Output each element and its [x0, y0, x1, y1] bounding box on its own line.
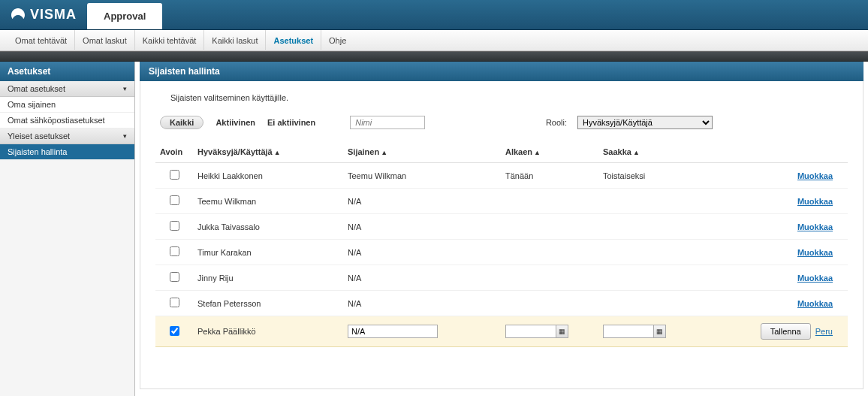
menu-omat-laskut[interactable]: Omat laskut — [75, 30, 135, 51]
calendar-icon[interactable]: ▦ — [654, 325, 666, 338]
cell-until: Toistaiseksi — [598, 163, 681, 189]
cell-user: Jinny Riju — [193, 265, 343, 291]
cell-substitute: N/A — [343, 265, 501, 291]
sidebar-group-yleiset[interactable]: Yleiset asetukset ▾ — [0, 128, 134, 144]
menu-kaikki-tehtavat[interactable]: Kaikki tehtävät — [135, 30, 205, 51]
sidebar-group-label: Omat asetukset — [8, 84, 65, 93]
table-row: Stefan PeterssonN/AMuokkaa — [155, 291, 848, 316]
open-checkbox[interactable] — [170, 170, 179, 180]
from-date-input[interactable] — [505, 325, 556, 338]
content-area: Sijaisten hallinta Sijaisten valitsemine… — [135, 62, 868, 396]
cell-user: Teemu Wilkman — [193, 189, 343, 214]
table-row: Jukka TaivassaloN/AMuokkaa — [155, 214, 848, 240]
cell-user: Stefan Petersson — [193, 291, 343, 316]
col-substitute[interactable]: Sijainen▲ — [343, 141, 501, 163]
chevron-down-icon: ▾ — [123, 132, 127, 140]
edit-link[interactable]: Muokkaa — [797, 299, 833, 308]
menu-ohje[interactable]: Ohje — [321, 30, 354, 51]
sidebar-group-label: Yleiset asetukset — [8, 131, 70, 141]
page-title: Sijaisten hallinta — [140, 62, 863, 81]
edit-link[interactable]: Muokkaa — [797, 248, 833, 257]
menu-kaikki-laskut[interactable]: Kaikki laskut — [204, 30, 266, 51]
open-checkbox[interactable] — [170, 272, 179, 282]
cancel-link[interactable]: Peru — [815, 327, 833, 336]
sidebar-item-sijaisten-hallinta[interactable]: Sijaisten hallinta — [0, 144, 134, 160]
top-bar: VISMA Approval — [0, 0, 868, 30]
menu-bar: Omat tehtävät Omat laskut Kaikki tehtävä… — [0, 30, 868, 51]
cell-from — [501, 240, 598, 265]
save-button[interactable]: Tallenna — [761, 323, 811, 340]
module-tab-approval[interactable]: Approval — [87, 3, 162, 29]
filter-inactive-button[interactable]: Ei aktiivinen — [267, 118, 315, 127]
cell-from — [501, 214, 598, 240]
brand-text: VISMA — [30, 7, 77, 23]
sort-asc-icon: ▲ — [534, 149, 541, 156]
role-select[interactable]: Hyväksyjä/Käyttäjä — [577, 116, 713, 129]
filter-all-button[interactable]: Kaikki — [160, 116, 203, 129]
cell-until — [598, 265, 681, 291]
dark-spacer — [0, 51, 868, 62]
cell-substitute: N/A — [343, 291, 501, 316]
until-date-input[interactable] — [603, 325, 654, 338]
edit-link[interactable]: Muokkaa — [797, 171, 833, 180]
cell-substitute: N/A — [343, 240, 501, 265]
sidebar-title: Asetukset — [0, 62, 134, 81]
edit-link[interactable]: Muokkaa — [797, 197, 833, 206]
open-checkbox[interactable] — [170, 246, 179, 256]
sidebar-item-omat-sahkoposti[interactable]: Omat sähköpostiasetukset — [0, 113, 134, 128]
edit-link[interactable]: Muokkaa — [797, 274, 833, 283]
col-from[interactable]: Alkaen▲ — [501, 141, 598, 163]
cell-until — [598, 291, 681, 316]
cell-until — [598, 240, 681, 265]
cell-from — [501, 189, 598, 214]
sidebar-group-omat[interactable]: Omat asetukset ▾ — [0, 81, 134, 97]
col-user[interactable]: Hyväksyjä/Käyttäjä▲ — [193, 141, 343, 163]
sort-asc-icon: ▲ — [633, 149, 640, 156]
open-checkbox[interactable] — [170, 221, 179, 231]
edit-link[interactable]: Muokkaa — [797, 222, 833, 231]
role-label: Rooli: — [546, 118, 567, 127]
cell-substitute: N/A — [343, 214, 501, 240]
table-row: Timur KarakanN/AMuokkaa — [155, 240, 848, 265]
substitutes-table: Avoin Hyväksyjä/Käyttäjä▲ Sijainen▲ Alka… — [155, 141, 848, 347]
filter-row: Kaikki Aktiivinen Ei aktiivinen Rooli: H… — [160, 116, 848, 129]
cell-user: Heikki Laakkonen — [193, 163, 343, 189]
cell-from — [501, 291, 598, 316]
col-open[interactable]: Avoin — [155, 141, 193, 163]
col-until[interactable]: Saakka▲ — [598, 141, 681, 163]
brand-logo: VISMA — [0, 0, 87, 29]
table-row-editing: Pekka Päällikkö▦▦Tallenna Peru — [155, 316, 848, 347]
substitute-input[interactable] — [348, 325, 438, 338]
open-checkbox[interactable] — [170, 326, 179, 336]
cell-user: Pekka Päällikkö — [193, 316, 343, 347]
cell-from — [501, 265, 598, 291]
cell-until — [598, 214, 681, 240]
sidebar-item-oma-sijainen[interactable]: Oma sijainen — [0, 97, 134, 113]
page-description: Sijaisten valitseminen käyttäjille. — [170, 93, 848, 102]
menu-asetukset[interactable]: Asetukset — [266, 30, 321, 51]
visma-swirl-icon — [11, 8, 26, 23]
cell-user: Jukka Taivassalo — [193, 214, 343, 240]
cell-from: Tänään — [501, 163, 598, 189]
cell-substitute: Teemu Wilkman — [343, 163, 501, 189]
table-row: Heikki LaakkonenTeemu WilkmanTänäänToist… — [155, 163, 848, 189]
filter-active-button[interactable]: Aktiivinen — [215, 118, 255, 127]
cell-until — [598, 189, 681, 214]
name-filter-input[interactable] — [350, 116, 425, 129]
cell-user: Timur Karakan — [193, 240, 343, 265]
chevron-down-icon: ▾ — [123, 85, 127, 92]
sort-asc-icon: ▲ — [381, 149, 387, 156]
sort-asc-icon: ▲ — [274, 149, 281, 156]
sidebar: Asetukset Omat asetukset ▾ Oma sijainen … — [0, 62, 135, 396]
calendar-icon[interactable]: ▦ — [556, 325, 568, 338]
menu-omat-tehtavat[interactable]: Omat tehtävät — [8, 30, 75, 51]
table-row: Teemu WilkmanN/AMuokkaa — [155, 189, 848, 214]
table-row: Jinny RijuN/AMuokkaa — [155, 265, 848, 291]
open-checkbox[interactable] — [170, 195, 179, 205]
open-checkbox[interactable] — [170, 298, 179, 307]
cell-substitute: N/A — [343, 189, 501, 214]
